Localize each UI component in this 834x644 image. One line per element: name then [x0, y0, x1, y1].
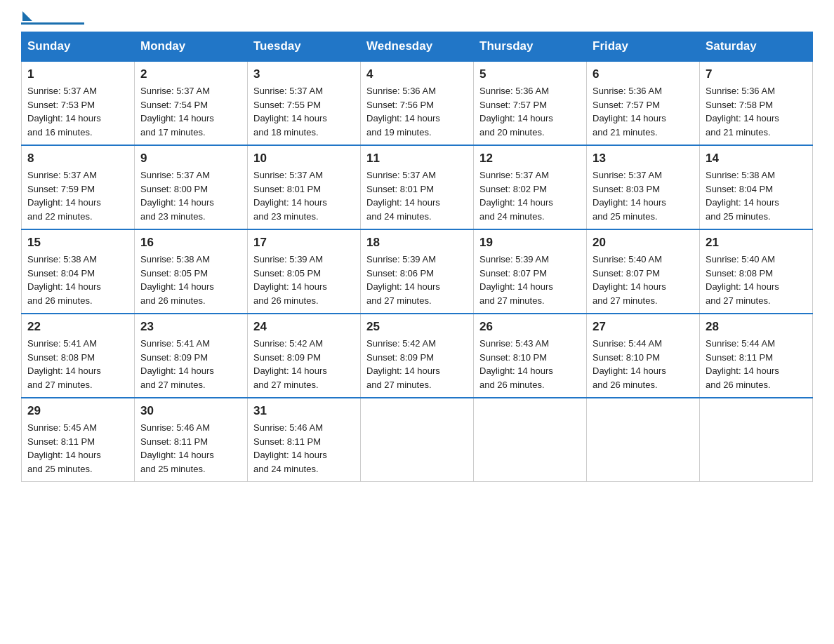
day-info: Sunrise: 5:43 AM Sunset: 8:10 PM Dayligh… — [479, 337, 581, 391]
calendar-week-row: 8 Sunrise: 5:37 AM Sunset: 7:59 PM Dayli… — [22, 145, 813, 229]
calendar-day-cell: 21 Sunrise: 5:40 AM Sunset: 8:08 PM Dayl… — [700, 229, 813, 314]
day-info: Sunrise: 5:42 AM Sunset: 8:09 PM Dayligh… — [366, 337, 468, 391]
column-header-saturday: Saturday — [700, 32, 813, 62]
day-number: 8 — [27, 152, 128, 166]
calendar-day-cell: 15 Sunrise: 5:38 AM Sunset: 8:04 PM Dayl… — [22, 229, 135, 314]
calendar-day-cell: 6 Sunrise: 5:36 AM Sunset: 7:57 PM Dayli… — [587, 61, 700, 145]
day-number: 20 — [593, 236, 694, 250]
day-info: Sunrise: 5:36 AM Sunset: 7:57 PM Dayligh… — [593, 84, 694, 139]
day-info: Sunrise: 5:38 AM Sunset: 8:04 PM Dayligh… — [27, 253, 128, 307]
day-info: Sunrise: 5:42 AM Sunset: 8:09 PM Dayligh… — [253, 337, 355, 391]
day-number: 26 — [479, 320, 581, 334]
day-number: 15 — [27, 236, 128, 250]
day-info: Sunrise: 5:39 AM Sunset: 8:05 PM Dayligh… — [253, 253, 355, 307]
calendar-table: SundayMondayTuesdayWednesdayThursdayFrid… — [21, 32, 813, 482]
calendar-day-cell: 1 Sunrise: 5:37 AM Sunset: 7:53 PM Dayli… — [22, 61, 135, 145]
calendar-day-cell: 17 Sunrise: 5:39 AM Sunset: 8:05 PM Dayl… — [248, 229, 361, 314]
day-number: 12 — [479, 152, 581, 166]
column-header-friday: Friday — [587, 32, 700, 62]
day-info: Sunrise: 5:37 AM Sunset: 8:01 PM Dayligh… — [366, 168, 468, 223]
calendar-day-cell: 10 Sunrise: 5:37 AM Sunset: 8:01 PM Dayl… — [248, 145, 361, 229]
calendar-day-cell: 26 Sunrise: 5:43 AM Sunset: 8:10 PM Dayl… — [474, 314, 587, 398]
day-info: Sunrise: 5:37 AM Sunset: 8:02 PM Dayligh… — [479, 168, 581, 223]
calendar-day-cell: 11 Sunrise: 5:37 AM Sunset: 8:01 PM Dayl… — [361, 145, 474, 229]
day-number: 1 — [27, 67, 128, 81]
column-header-tuesday: Tuesday — [248, 32, 361, 62]
calendar-day-cell: 14 Sunrise: 5:38 AM Sunset: 8:04 PM Dayl… — [700, 145, 813, 229]
day-number: 17 — [253, 236, 355, 250]
day-number: 4 — [366, 67, 468, 81]
calendar-day-cell: 23 Sunrise: 5:41 AM Sunset: 8:09 PM Dayl… — [135, 314, 248, 398]
day-info: Sunrise: 5:37 AM Sunset: 7:53 PM Dayligh… — [27, 84, 128, 139]
calendar-day-cell: 28 Sunrise: 5:44 AM Sunset: 8:11 PM Dayl… — [700, 314, 813, 398]
calendar-day-cell: 9 Sunrise: 5:37 AM Sunset: 8:00 PM Dayli… — [135, 145, 248, 229]
page-header — [21, 14, 813, 25]
day-number: 3 — [253, 67, 355, 81]
calendar-day-cell: 18 Sunrise: 5:39 AM Sunset: 8:06 PM Dayl… — [361, 229, 474, 314]
day-info: Sunrise: 5:46 AM Sunset: 8:11 PM Dayligh… — [253, 421, 355, 476]
day-info: Sunrise: 5:36 AM Sunset: 7:56 PM Dayligh… — [366, 84, 468, 139]
day-number: 27 — [593, 320, 694, 334]
day-info: Sunrise: 5:38 AM Sunset: 8:04 PM Dayligh… — [706, 168, 807, 223]
day-info: Sunrise: 5:39 AM Sunset: 8:06 PM Dayligh… — [366, 253, 468, 307]
calendar-day-cell: 20 Sunrise: 5:40 AM Sunset: 8:07 PM Dayl… — [587, 229, 700, 314]
calendar-day-cell: 27 Sunrise: 5:44 AM Sunset: 8:10 PM Dayl… — [587, 314, 700, 398]
day-info: Sunrise: 5:37 AM Sunset: 7:54 PM Dayligh… — [140, 84, 241, 139]
calendar-header-row: SundayMondayTuesdayWednesdayThursdayFrid… — [22, 32, 813, 62]
calendar-day-cell: 29 Sunrise: 5:45 AM Sunset: 8:11 PM Dayl… — [22, 398, 135, 482]
day-number: 18 — [366, 236, 468, 250]
logo-triangle-icon — [22, 11, 32, 21]
column-header-sunday: Sunday — [22, 32, 135, 62]
calendar-day-cell: 13 Sunrise: 5:37 AM Sunset: 8:03 PM Dayl… — [587, 145, 700, 229]
day-number: 7 — [706, 67, 807, 81]
calendar-week-row: 29 Sunrise: 5:45 AM Sunset: 8:11 PM Dayl… — [22, 398, 813, 482]
day-info: Sunrise: 5:39 AM Sunset: 8:07 PM Dayligh… — [479, 253, 581, 307]
day-info: Sunrise: 5:45 AM Sunset: 8:11 PM Dayligh… — [27, 421, 128, 476]
calendar-week-row: 15 Sunrise: 5:38 AM Sunset: 8:04 PM Dayl… — [22, 229, 813, 314]
calendar-day-cell: 4 Sunrise: 5:36 AM Sunset: 7:56 PM Dayli… — [361, 61, 474, 145]
calendar-day-cell — [700, 398, 813, 482]
day-info: Sunrise: 5:44 AM Sunset: 8:11 PM Dayligh… — [706, 337, 807, 391]
day-number: 10 — [253, 152, 355, 166]
day-info: Sunrise: 5:37 AM Sunset: 8:00 PM Dayligh… — [140, 168, 241, 223]
day-number: 31 — [253, 404, 355, 418]
day-number: 21 — [706, 236, 807, 250]
day-info: Sunrise: 5:41 AM Sunset: 8:08 PM Dayligh… — [27, 337, 128, 391]
calendar-day-cell: 12 Sunrise: 5:37 AM Sunset: 8:02 PM Dayl… — [474, 145, 587, 229]
calendar-day-cell — [587, 398, 700, 482]
calendar-week-row: 22 Sunrise: 5:41 AM Sunset: 8:08 PM Dayl… — [22, 314, 813, 398]
calendar-day-cell: 30 Sunrise: 5:46 AM Sunset: 8:11 PM Dayl… — [135, 398, 248, 482]
column-header-monday: Monday — [135, 32, 248, 62]
day-info: Sunrise: 5:37 AM Sunset: 7:59 PM Dayligh… — [27, 168, 128, 223]
calendar-day-cell: 3 Sunrise: 5:37 AM Sunset: 7:55 PM Dayli… — [248, 61, 361, 145]
day-number: 25 — [366, 320, 468, 334]
calendar-day-cell: 8 Sunrise: 5:37 AM Sunset: 7:59 PM Dayli… — [22, 145, 135, 229]
day-number: 28 — [706, 320, 807, 334]
calendar-day-cell: 5 Sunrise: 5:36 AM Sunset: 7:57 PM Dayli… — [474, 61, 587, 145]
calendar-day-cell: 7 Sunrise: 5:36 AM Sunset: 7:58 PM Dayli… — [700, 61, 813, 145]
day-number: 22 — [27, 320, 128, 334]
day-info: Sunrise: 5:37 AM Sunset: 8:01 PM Dayligh… — [253, 168, 355, 223]
day-number: 13 — [593, 152, 694, 166]
calendar-day-cell: 2 Sunrise: 5:37 AM Sunset: 7:54 PM Dayli… — [135, 61, 248, 145]
calendar-day-cell: 22 Sunrise: 5:41 AM Sunset: 8:08 PM Dayl… — [22, 314, 135, 398]
day-number: 30 — [140, 404, 241, 418]
calendar-day-cell: 31 Sunrise: 5:46 AM Sunset: 8:11 PM Dayl… — [248, 398, 361, 482]
logo — [21, 14, 84, 25]
day-info: Sunrise: 5:40 AM Sunset: 8:08 PM Dayligh… — [706, 253, 807, 307]
calendar-day-cell: 24 Sunrise: 5:42 AM Sunset: 8:09 PM Dayl… — [248, 314, 361, 398]
day-number: 19 — [479, 236, 581, 250]
day-info: Sunrise: 5:44 AM Sunset: 8:10 PM Dayligh… — [593, 337, 694, 391]
calendar-day-cell — [361, 398, 474, 482]
calendar-day-cell: 16 Sunrise: 5:38 AM Sunset: 8:05 PM Dayl… — [135, 229, 248, 314]
day-info: Sunrise: 5:38 AM Sunset: 8:05 PM Dayligh… — [140, 253, 241, 307]
column-header-thursday: Thursday — [474, 32, 587, 62]
column-header-wednesday: Wednesday — [361, 32, 474, 62]
day-info: Sunrise: 5:37 AM Sunset: 8:03 PM Dayligh… — [593, 168, 694, 223]
day-info: Sunrise: 5:36 AM Sunset: 7:58 PM Dayligh… — [706, 84, 807, 139]
day-number: 16 — [140, 236, 241, 250]
calendar-week-row: 1 Sunrise: 5:37 AM Sunset: 7:53 PM Dayli… — [22, 61, 813, 145]
day-number: 6 — [593, 67, 694, 81]
calendar-day-cell — [474, 398, 587, 482]
day-info: Sunrise: 5:37 AM Sunset: 7:55 PM Dayligh… — [253, 84, 355, 139]
